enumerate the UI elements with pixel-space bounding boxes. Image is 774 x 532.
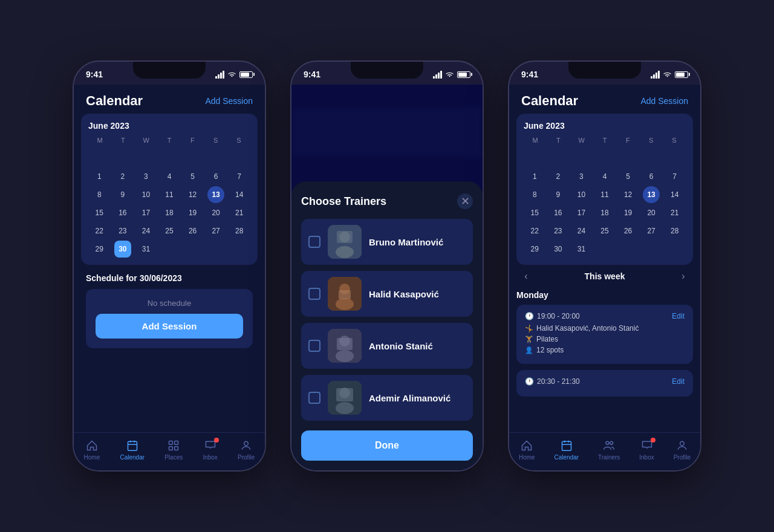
cal-day[interactable]: 13 — [643, 186, 660, 203]
add-session-button-1[interactable]: Add Session — [96, 314, 243, 339]
nav-profile-3[interactable]: Profile — [674, 439, 691, 461]
cal-day[interactable]: 15 — [526, 204, 543, 221]
nav-calendar-3[interactable]: Calendar — [554, 439, 579, 461]
prev-week-button[interactable]: ‹ — [519, 271, 533, 282]
cal-day[interactable]: 12 — [184, 186, 201, 203]
trainer-checkbox-bruno[interactable] — [308, 236, 320, 248]
phone-1: 9:41 Calendar — [73, 60, 266, 472]
trainer-checkbox-antonio[interactable] — [308, 340, 320, 352]
trainer-item-antonio[interactable]: Antonio Stanić — [301, 323, 473, 369]
cal-day[interactable]: 8 — [526, 186, 543, 203]
session-spots-1: 👤 12 spots — [525, 346, 685, 354]
cal-day[interactable]: 10 — [573, 186, 590, 203]
cal-day[interactable]: 28 — [231, 222, 248, 239]
app-title-1: Calendar — [86, 93, 143, 109]
cal-day[interactable]: 18 — [161, 204, 178, 221]
cal-day[interactable]: 23 — [550, 222, 567, 239]
cal-day[interactable]: 16 — [114, 204, 131, 221]
cal-day[interactable]: 10 — [137, 186, 154, 203]
cal-day[interactable]: 14 — [666, 186, 683, 203]
cal-day[interactable]: 20 — [643, 204, 660, 221]
cal-day[interactable]: 2 — [114, 168, 131, 185]
cal-day[interactable]: 30 — [114, 241, 131, 258]
trainer-checkbox-halid[interactable] — [308, 288, 320, 300]
notch-1 — [133, 62, 206, 79]
cal-day[interactable]: 29 — [526, 241, 543, 258]
cal-day[interactable]: 3 — [573, 168, 590, 185]
day-monday: Monday — [516, 288, 693, 305]
cal-day[interactable]: 9 — [550, 186, 567, 203]
cal-day[interactable]: 6 — [643, 168, 660, 185]
add-session-link-3[interactable]: Add Session — [640, 96, 688, 106]
cal-day[interactable]: 11 — [596, 186, 613, 203]
cal-day[interactable]: 18 — [596, 204, 613, 221]
modal-close-button[interactable]: ✕ — [457, 193, 473, 209]
cal-day[interactable]: 21 — [231, 204, 248, 221]
cal-day[interactable]: 4 — [161, 168, 178, 185]
cal-day[interactable]: 17 — [573, 204, 590, 221]
phone-3-content: Calendar Add Session June 2023 M T W T F… — [509, 85, 700, 470]
nav-inbox-3[interactable]: Inbox — [639, 439, 654, 461]
cal-day[interactable]: 9 — [114, 186, 131, 203]
cal-day[interactable]: 24 — [573, 222, 590, 239]
cal-day[interactable]: 24 — [137, 222, 154, 239]
cal-day[interactable]: 1 — [526, 168, 543, 185]
cal-day[interactable]: 7 — [666, 168, 683, 185]
cal-day[interactable]: 28 — [666, 222, 683, 239]
cal-day[interactable]: 30 — [550, 241, 567, 258]
nav-home-3[interactable]: Home — [519, 439, 535, 461]
cal-day[interactable]: 6 — [207, 168, 224, 185]
cal-day[interactable]: 12 — [620, 186, 637, 203]
cal-day[interactable]: 19 — [184, 204, 201, 221]
cal-day[interactable]: 16 — [550, 204, 567, 221]
session-card-1: 🕐 19:00 - 20:00 Edit 🤸 Halid Kasapović, … — [516, 305, 693, 364]
add-session-link-1[interactable]: Add Session — [205, 96, 253, 106]
edit-link-2[interactable]: Edit — [672, 377, 685, 386]
cal-day[interactable]: 22 — [526, 222, 543, 239]
trainer-item-halid[interactable]: Halid Kasapović — [301, 271, 473, 317]
nav-inbox-1[interactable]: Inbox — [203, 439, 217, 461]
cal-day[interactable]: 11 — [161, 186, 178, 203]
next-week-button[interactable]: › — [676, 271, 691, 282]
cal-day[interactable]: 2 — [550, 168, 567, 185]
trainer-item-bruno[interactable]: Bruno Martinović — [301, 219, 473, 265]
cal-day[interactable]: 13 — [207, 186, 224, 203]
cal-day[interactable]: 25 — [161, 222, 178, 239]
cal-day[interactable]: 5 — [184, 168, 201, 185]
schedule-title-1: Schedule for 30/06/2023 — [86, 273, 253, 283]
nav-calendar-1[interactable]: Calendar — [120, 439, 145, 461]
edit-link-1[interactable]: Edit — [672, 312, 685, 320]
cal-day[interactable]: 14 — [231, 186, 248, 203]
cal-day[interactable]: 23 — [114, 222, 131, 239]
cal-day[interactable]: 17 — [137, 204, 154, 221]
nav-places-1[interactable]: Places — [164, 439, 183, 461]
cal-day[interactable]: 15 — [91, 204, 108, 221]
cal-day[interactable]: 21 — [666, 204, 683, 221]
cal-day[interactable]: 31 — [573, 241, 590, 258]
trainer-photo-antonio — [328, 329, 362, 363]
nav-home-1[interactable]: Home — [84, 439, 100, 461]
trainer-item-ademir[interactable]: Ademir Alimanović — [301, 375, 473, 421]
cal-day[interactable]: 8 — [91, 186, 108, 203]
done-button[interactable]: Done — [301, 430, 473, 461]
notch-3 — [568, 62, 641, 79]
nav-trainers-3[interactable]: Trainers — [598, 439, 620, 461]
cal-day[interactable]: 3 — [137, 168, 154, 185]
trainer-checkbox-ademir[interactable] — [308, 392, 320, 404]
cal-day[interactable]: 4 — [596, 168, 613, 185]
cal-day[interactable]: 22 — [91, 222, 108, 239]
cal-day[interactable]: 25 — [596, 222, 613, 239]
cal-day[interactable]: 26 — [184, 222, 201, 239]
cal-day[interactable]: 1 — [91, 168, 108, 185]
nav-profile-1[interactable]: Profile — [238, 439, 255, 461]
cal-day[interactable]: 7 — [231, 168, 248, 185]
weekdays-3: M T W T F S S — [524, 135, 686, 145]
cal-day[interactable]: 27 — [207, 222, 224, 239]
cal-day[interactable]: 19 — [620, 204, 637, 221]
cal-day[interactable]: 20 — [207, 204, 224, 221]
cal-day[interactable]: 27 — [643, 222, 660, 239]
cal-day[interactable]: 29 — [91, 241, 108, 258]
cal-day[interactable]: 26 — [620, 222, 637, 239]
cal-day[interactable]: 31 — [137, 241, 154, 258]
cal-day[interactable]: 5 — [620, 168, 637, 185]
